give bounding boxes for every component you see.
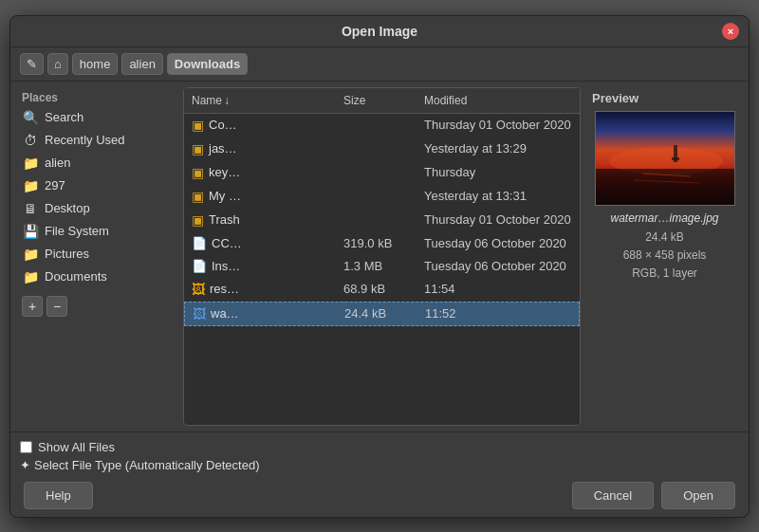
file-size-jas (336, 147, 417, 151)
edit-icon: ✎ (27, 57, 37, 71)
folder-icon: ▣ (192, 141, 204, 156)
file-list-header: Name ↓ Size Modified (184, 88, 580, 114)
file-size-ins: 1.3 MB (336, 257, 417, 275)
title-bar: Open Image × (10, 16, 749, 47)
file-modified-wa: 11:52 (417, 304, 579, 322)
folder-icon: ▣ (192, 189, 204, 204)
sidebar-item-pictures[interactable]: 📁 Pictures (16, 243, 177, 266)
remove-bookmark-button[interactable]: − (46, 296, 67, 317)
file-size-res: 68.9 kB (336, 280, 417, 298)
pdf-icon: 📄 (192, 259, 207, 273)
recently-used-icon: ⏱ (22, 133, 39, 148)
sidebar-label-search: Search (45, 110, 83, 124)
table-row-selected[interactable]: 🖼 wa… 24.4 kB 11:52 (184, 302, 580, 326)
bottom-bar: Show All Files ✦ Select File Type (Autom… (10, 431, 749, 517)
file-size-key (336, 171, 417, 174)
add-bookmark-button[interactable]: + (22, 296, 43, 317)
sidebar-item-recently-used[interactable]: ⏱ Recently Used (16, 129, 177, 152)
edit-button[interactable]: ✎ (20, 53, 44, 75)
select-file-type-row[interactable]: ✦ Select File Type (Automatically Detect… (20, 456, 739, 474)
preview-filename: watermar…image.jpg (586, 206, 743, 227)
sidebar-item-documents[interactable]: 📁 Documents (16, 266, 177, 288)
sidebar-item-filesystem[interactable]: 💾 File System (16, 220, 177, 243)
preview-color-info: RGB, 1 layer (588, 265, 741, 283)
folder-icon: ▣ (192, 118, 204, 133)
close-button[interactable]: × (722, 23, 739, 40)
sidebar-header: Places (16, 87, 177, 106)
select-file-type-label: Select File Type (Automatically Detected… (34, 458, 259, 472)
file-name-cc: 📄 CC… (184, 234, 336, 252)
table-row[interactable]: ▣ My … Yesterday at 13:31 (184, 185, 580, 209)
file-name-wa: 🖼 wa… (185, 304, 337, 323)
file-modified-key: Thursday (417, 163, 580, 181)
column-header-name[interactable]: Name ↓ (184, 91, 336, 110)
sidebar: Places 🔍 Search ⏱ Recently Used 📁 alien … (16, 87, 177, 426)
sidebar-label-documents: Documents (45, 269, 107, 284)
preview-header: Preview (586, 87, 743, 111)
sidebar-item-desktop[interactable]: 🖥 Desktop (16, 197, 177, 220)
sidebar-item-alien[interactable]: 📁 alien (16, 152, 177, 174)
image-icon: 🖼 (193, 306, 206, 321)
sidebar-item-297[interactable]: 📁 297 (16, 174, 177, 197)
show-all-files-label[interactable]: Show All Files (38, 440, 115, 454)
breadcrumb-home[interactable]: home (72, 53, 119, 75)
file-list-body[interactable]: ▣ Co… Thursday 01 October 2020 ▣ jas… Ye… (184, 114, 580, 425)
file-name-key: ▣ key… (184, 163, 336, 182)
table-row[interactable]: ▣ jas… Yesterday at 13:29 (184, 138, 580, 161)
sidebar-label-desktop: Desktop (45, 201, 90, 215)
table-row[interactable]: ▣ Co… Thursday 01 October 2020 (184, 114, 580, 138)
table-row[interactable]: ▣ Trash Thursday 01 October 2020 (184, 209, 580, 232)
column-header-size[interactable]: Size (336, 91, 417, 110)
home-icon-button[interactable]: ⌂ (47, 53, 68, 75)
cancel-button[interactable]: Cancel (572, 482, 654, 509)
sidebar-label-filesystem: File System (45, 224, 109, 238)
breadcrumb-alien[interactable]: alien (121, 53, 162, 75)
file-name-my: ▣ My … (184, 187, 336, 206)
action-buttons: Help Cancel Open (20, 474, 739, 511)
file-name-trash: ▣ Trash (184, 211, 336, 229)
file-modified-res: 11:54 (417, 280, 580, 298)
file-name-ins: 📄 Ins… (184, 257, 336, 275)
file-name-co: ▣ Co… (184, 116, 336, 135)
image-icon: 🖼 (192, 282, 205, 297)
column-header-modified[interactable]: Modified (417, 91, 580, 110)
file-size-cc: 319.0 kB (336, 234, 417, 252)
open-button[interactable]: Open (661, 482, 735, 509)
desktop-icon: 🖥 (22, 201, 39, 216)
file-modified-co: Thursday 01 October 2020 (417, 116, 580, 134)
preview-details: 24.4 kB 688 × 458 pixels RGB, 1 layer (586, 227, 743, 285)
open-image-dialog: Open Image × ✎ ⌂ home alien Downloads Pl… (9, 15, 750, 518)
file-name-res: 🖼 res… (184, 280, 336, 299)
toolbar: ✎ ⌂ home alien Downloads (10, 47, 749, 82)
right-buttons: Cancel Open (572, 482, 735, 509)
sidebar-label-pictures: Pictures (45, 247, 89, 261)
folder-icon-297: 📁 (22, 178, 39, 193)
column-size-label: Size (343, 94, 365, 107)
file-modified-trash: Thursday 01 October 2020 (417, 211, 580, 229)
sidebar-label-recently-used: Recently Used (45, 133, 125, 147)
sidebar-label-alien: alien (45, 156, 70, 170)
pdf-icon: 📄 (192, 236, 207, 250)
table-row[interactable]: 📄 Ins… 1.3 MB Tuesday 06 October 2020 (184, 255, 580, 278)
breadcrumb-downloads[interactable]: Downloads (167, 53, 248, 75)
preview-image (595, 111, 735, 206)
show-all-files-checkbox[interactable] (20, 441, 32, 453)
table-row[interactable]: 📄 CC… 319.0 kB Tuesday 06 October 2020 (184, 232, 580, 255)
column-name-label: Name (192, 94, 222, 107)
sidebar-item-search[interactable]: 🔍 Search (16, 106, 177, 129)
file-area: Name ↓ Size Modified ▣ Co… (183, 87, 581, 426)
help-button[interactable]: Help (24, 482, 93, 509)
file-size-my (336, 194, 417, 198)
sidebar-add-remove: + − (16, 292, 177, 321)
file-modified-my: Yesterday at 13:31 (417, 187, 580, 205)
filesystem-icon: 💾 (22, 224, 39, 239)
file-modified-ins: Tuesday 06 October 2020 (417, 257, 580, 275)
file-size-trash (336, 218, 417, 222)
search-icon: 🔍 (22, 110, 39, 125)
table-row[interactable]: 🖼 res… 68.9 kB 11:54 (184, 278, 580, 302)
file-name-jas: ▣ jas… (184, 139, 336, 158)
show-all-files-row: Show All Files (20, 438, 739, 456)
folder-icon: ▣ (192, 212, 204, 228)
file-modified-cc: Tuesday 06 October 2020 (417, 234, 580, 252)
table-row[interactable]: ▣ key… Thursday (184, 161, 580, 185)
